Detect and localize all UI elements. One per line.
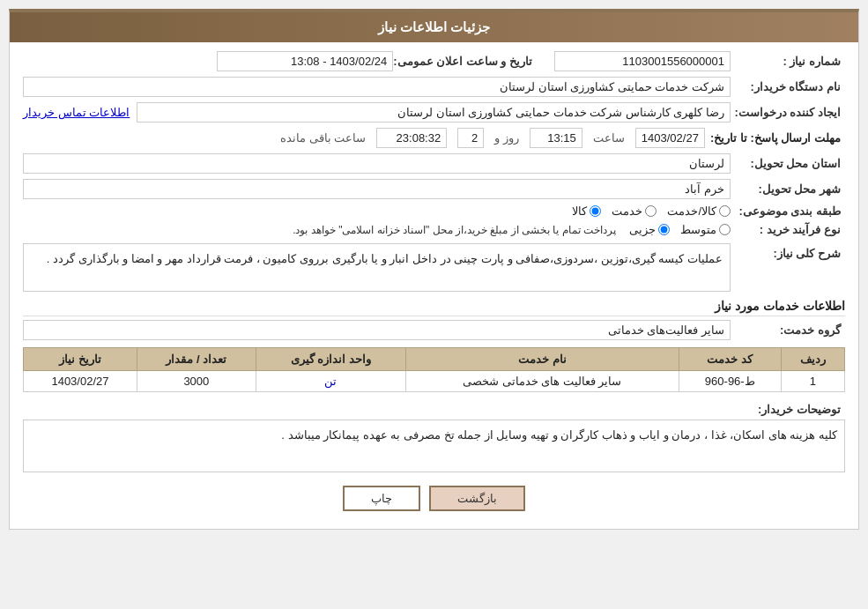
process-note: پرداخت تمام یا بخشی از مبلغ خرید،از محل …: [293, 224, 616, 236]
cell-code: ط-96-960: [679, 371, 781, 392]
buyer-org-label: نام دستگاه خریدار:: [731, 80, 845, 93]
cell-unit: تن: [256, 371, 405, 392]
category-radio-group: کالا/خدمت خدمت کالا: [572, 204, 731, 218]
province-value: لرستان: [23, 153, 731, 174]
description-value: عملیات کیسه گیری،توزین ،سردوزی،صفافی و پ…: [23, 243, 731, 292]
page-title: جزئیات اطلاعات نیاز: [378, 19, 490, 34]
services-table-container: ردیف کد خدمت نام خدمت واحد اندازه گیری ت…: [23, 347, 845, 392]
province-label: استان محل تحویل:: [731, 157, 845, 170]
notice-number-value: 1103001556000001: [554, 51, 731, 71]
category-label: طبقه بندی موضوعی:: [731, 204, 845, 218]
col-date: تاریخ نیاز: [24, 348, 137, 371]
col-row: ردیف: [781, 348, 844, 371]
category-option-kala[interactable]: کالا: [572, 204, 601, 218]
creator-label: ایجاد کننده درخواست:: [731, 106, 845, 119]
buyer-org-value: شرکت خدمات حمایتی کشاورزی استان لرستان: [23, 77, 731, 97]
cell-name: سایر فعالیت های خدماتی شخصی: [405, 371, 679, 392]
deadline-days-label: روز و: [494, 131, 519, 145]
services-title: اطلاعات خدمات مورد نیاز: [23, 299, 845, 316]
category-option-khedmat[interactable]: خدمت: [612, 204, 657, 218]
contact-link[interactable]: اطلاعات تماس خریدار: [23, 106, 130, 119]
process-option-motavasset[interactable]: متوسط: [680, 223, 731, 236]
process-option-jozii[interactable]: جزیی: [629, 223, 670, 236]
date-value: 1403/02/24 - 13:08: [217, 51, 393, 71]
city-label: شهر محل تحویل:: [731, 182, 845, 196]
col-code: کد خدمت: [679, 348, 781, 371]
buyer-notes-label: توضیحات خریدار:: [731, 399, 845, 416]
back-button[interactable]: بازگشت: [429, 486, 525, 511]
services-table: ردیف کد خدمت نام خدمت واحد اندازه گیری ت…: [23, 347, 845, 392]
creator-value: رضا کلهری کارشناس شرکت خدمات حمایتی کشاو…: [137, 102, 731, 123]
buyer-notes-value: کلیه هزینه های اسکان، غذا ، درمان و ایاب…: [23, 420, 845, 472]
deadline-days: 2: [457, 128, 484, 148]
deadline-label: مهلت ارسال پاسخ: تا تاریخ:: [710, 131, 845, 145]
description-label: شرح کلی نیاز:: [731, 243, 845, 260]
category-option-kala-khedmat[interactable]: کالا/خدمت: [667, 204, 731, 218]
page-header: جزئیات اطلاعات نیاز: [10, 12, 858, 42]
cell-row: 1: [781, 371, 844, 392]
service-group-value: سایر فعالیت‌های خدماتی: [23, 320, 731, 340]
button-row: بازگشت چاپ: [23, 486, 845, 511]
deadline-remain-label: ساعت باقی مانده: [280, 131, 366, 145]
cell-date: 1403/02/27: [24, 371, 137, 392]
deadline-time-label: ساعت: [593, 131, 625, 145]
deadline-date: 1403/02/27: [635, 128, 705, 148]
date-label: تاریخ و ساعت اعلان عمومی:: [393, 55, 537, 68]
city-value: خرم آباد: [23, 179, 731, 199]
print-button[interactable]: چاپ: [343, 486, 420, 511]
deadline-remain: 23:08:32: [376, 128, 447, 148]
table-row: 1 ط-96-960 سایر فعالیت های خدماتی شخصی ت…: [24, 371, 845, 392]
process-radio-group: متوسط جزیی: [629, 223, 731, 236]
process-label: نوع فرآیند خرید :: [731, 223, 845, 236]
deadline-time: 13:15: [530, 128, 582, 148]
col-quantity: تعداد / مقدار: [137, 348, 256, 371]
notice-number-label: شماره نیاز :: [731, 55, 845, 68]
col-name: نام خدمت: [405, 348, 679, 371]
service-group-label: گروه خدمت:: [731, 323, 845, 337]
col-unit: واحد اندازه گیری: [256, 348, 405, 371]
cell-quantity: 3000: [137, 371, 256, 392]
